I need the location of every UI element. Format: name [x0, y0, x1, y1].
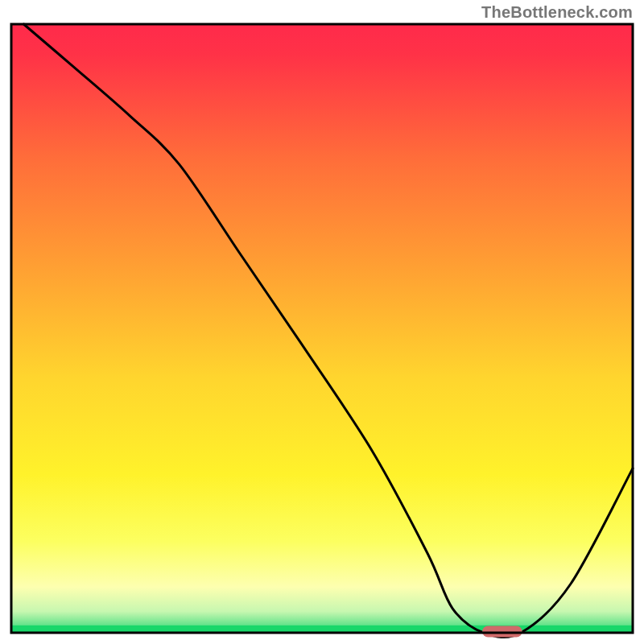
bottleneck-chart [0, 0, 644, 644]
plot-area [11, 24, 633, 638]
chart-container: TheBottleneck.com [0, 0, 644, 644]
watermark-text: TheBottleneck.com [481, 3, 633, 22]
optimal-marker [482, 625, 522, 637]
plot-background [11, 24, 633, 633]
